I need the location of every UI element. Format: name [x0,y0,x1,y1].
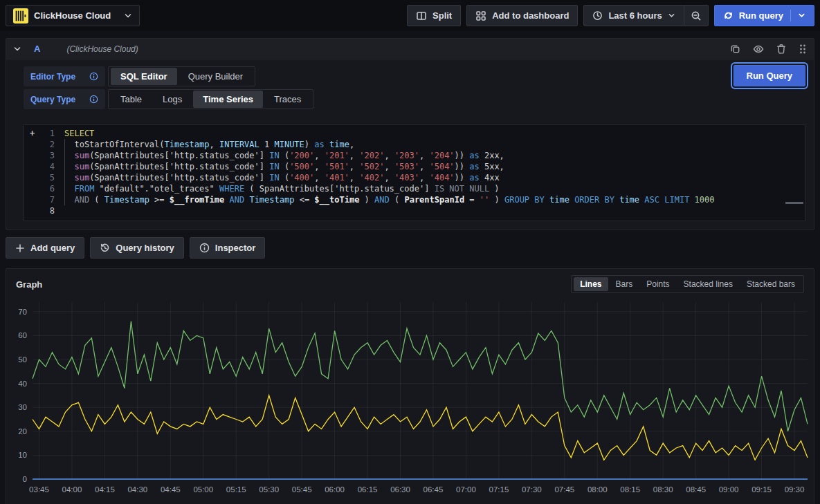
toolbar-actions: Split Add to dashboard Last 6 hours [407,5,814,26]
remove-query-trash-icon[interactable] [776,44,786,54]
clock-icon [592,10,603,21]
option-stacked-lines[interactable]: Stacked lines [677,277,739,291]
svg-text:04:30: 04:30 [127,485,147,494]
split-button[interactable]: Split [407,5,461,26]
graph-panel: Graph LinesBarsPointsStacked linesStacke… [6,268,814,504]
svg-text:06:45: 06:45 [423,485,444,494]
code-line: 2 toStartOfInterval(Timestamp, INTERVAL … [24,139,805,150]
chevron-down-icon [798,12,805,19]
svg-text:09:15: 09:15 [751,485,772,494]
option-stacked-bars[interactable]: Stacked bars [740,277,801,291]
code-line: 6 FROM "default"."otel_traces" WHERE ( S… [24,183,805,194]
option-bars[interactable]: Bars [610,277,639,291]
svg-text:05:00: 05:00 [193,485,213,494]
svg-text:70: 70 [18,308,27,316]
chevron-down-icon [124,12,132,20]
duplicate-query-icon[interactable] [730,44,740,54]
svg-text:04:45: 04:45 [161,485,181,494]
history-icon [100,243,110,253]
add-to-dashboard-icon [475,10,486,21]
sql-code-editor[interactable]: +1SELECT2 toStartOfInterval(Timestamp, I… [24,124,805,221]
query-row-header[interactable]: A (ClickHouse Cloud) [6,39,814,59]
time-series-chart[interactable]: 01020304050607003:4504:0004:1504:3004:45… [13,294,807,503]
svg-text:04:15: 04:15 [95,485,115,494]
svg-text:05:15: 05:15 [226,485,246,494]
svg-text:06:00: 06:00 [325,485,345,494]
svg-text:08:00: 08:00 [587,485,608,494]
chevron-down-icon [668,12,675,19]
svg-text:08:15: 08:15 [620,485,640,494]
query-editor-body: Editor Type SQL EditorQuery Builder Quer… [6,59,814,119]
code-line: 3 sum(SpanAttributes['http.status_code']… [24,150,805,161]
time-range-picker[interactable]: Last 6 hours [583,5,684,26]
add-line-icon[interactable]: + [24,128,35,139]
graph-panel-title: Graph [16,279,42,290]
svg-text:05:45: 05:45 [292,485,312,494]
query-type-radio-group: TableLogsTime SeriesTraces [108,89,313,109]
hide-response-eye-icon[interactable] [753,44,764,55]
inspector-button[interactable]: Inspector [190,237,266,259]
editor-hscrollbar[interactable] [785,202,803,204]
info-icon[interactable] [89,95,98,104]
sql-code: +1SELECT2 toStartOfInterval(Timestamp, I… [24,128,805,216]
option-points[interactable]: Points [640,277,675,291]
option-sql-editor[interactable]: SQL Editor [111,68,177,85]
query-type-label: Query Type [24,89,105,109]
zoom-out-button[interactable] [684,5,709,26]
collapse-chevron-icon[interactable] [13,45,21,53]
code-line: 4 sum(SpanAttributes['http.status_code']… [24,161,805,172]
query-ref-id: A [34,44,40,54]
svg-text:07:00: 07:00 [456,485,476,494]
explore-secondary-actions: Add query Query history Inspector [6,237,814,259]
svg-text:09:00: 09:00 [719,485,739,494]
svg-text:10: 10 [18,451,27,459]
info-icon [199,243,210,253]
option-table[interactable]: Table [111,91,152,108]
svg-text:0: 0 [23,475,27,483]
editor-type-label: Editor Type [24,66,105,86]
svg-text:30: 30 [18,403,27,411]
svg-text:04:00: 04:00 [62,485,82,494]
query-row-panel: A (ClickHouse Cloud) Editor Type [6,38,814,230]
datasource-picker[interactable]: ClickHouse Cloud [6,5,140,26]
add-to-dashboard-button[interactable]: Add to dashboard [466,5,578,26]
option-time-series[interactable]: Time Series [193,91,263,108]
svg-text:06:15: 06:15 [358,485,378,494]
code-line: +1SELECT [24,128,805,139]
clickhouse-logo-icon [13,8,28,24]
plus-icon [15,243,25,253]
svg-text:05:30: 05:30 [259,485,279,494]
sync-icon [723,10,734,21]
svg-text:50: 50 [18,355,27,364]
query-history-button[interactable]: Query history [90,237,184,259]
editor-type-radio-group: SQL EditorQuery Builder [108,66,255,86]
datasource-name: ClickHouse Cloud [34,10,111,21]
svg-text:08:45: 08:45 [686,485,706,494]
code-line: 8 [24,205,805,216]
option-lines[interactable]: Lines [574,277,608,291]
svg-text:07:15: 07:15 [489,485,509,494]
option-traces[interactable]: Traces [264,91,311,108]
svg-text:60: 60 [18,331,27,339]
option-logs[interactable]: Logs [153,91,192,108]
svg-text:20: 20 [18,427,27,436]
svg-text:06:30: 06:30 [390,485,410,494]
option-query-builder[interactable]: Query Builder [179,68,253,85]
split-icon [416,10,427,21]
svg-text:07:30: 07:30 [522,485,542,494]
run-query-button[interactable]: Run query [714,5,814,26]
zoom-out-icon [691,10,702,21]
info-icon[interactable] [89,72,98,81]
code-line: 5 sum(SpanAttributes['http.status_code']… [24,172,805,183]
svg-text:07:45: 07:45 [554,485,574,494]
svg-text:40: 40 [18,380,27,388]
svg-text:09:30: 09:30 [785,485,805,494]
drag-handle-icon[interactable] [799,44,807,55]
add-query-button[interactable]: Add query [6,237,84,259]
run-query-panel-button[interactable]: Run Query [734,65,805,86]
code-line: 7 AND ( Timestamp >= $__fromTime AND Tim… [24,194,805,205]
graph-style-radio-group: LinesBarsPointsStacked linesStacked bars [571,275,804,293]
svg-text:03:45: 03:45 [29,485,49,494]
time-controls: Last 6 hours [583,5,708,26]
explore-toolbar: ClickHouse Cloud Split Add to dashboard [0,0,820,31]
